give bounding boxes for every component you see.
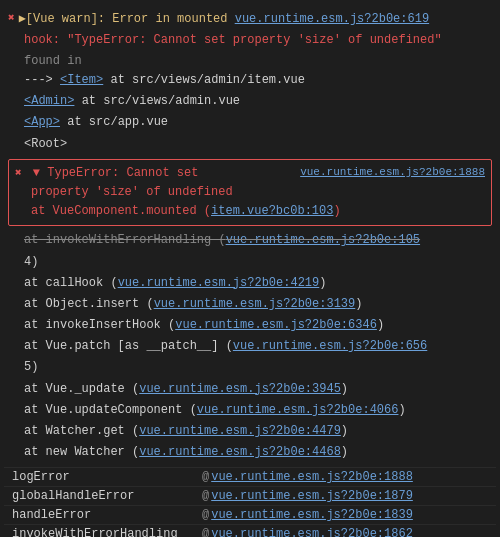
item-vue-link[interactable]: item.vue?bc0b:103	[211, 204, 333, 218]
error-block-2: ✖ ▼ TypeError: Cannot set vue.runtime.es…	[8, 159, 492, 227]
log-label-logerror: logError	[12, 470, 202, 484]
updatecomponent-link[interactable]: vue.runtime.esm.js?2b0e:4066	[197, 403, 399, 417]
logerror-link[interactable]: vue.runtime.esm.js?2b0e:1888	[211, 470, 413, 484]
item-link[interactable]: <Item>	[60, 73, 103, 87]
stack-update: at Vue._update (vue.runtime.esm.js?2b0e:…	[4, 379, 496, 400]
update-link[interactable]: vue.runtime.esm.js?2b0e:3945	[139, 382, 341, 396]
error-message-1: hook: "TypeError: Cannot set property 's…	[4, 30, 496, 50]
log-label-invokewith: invokeWithErrorHandling	[12, 527, 202, 537]
globalhandleerror-link[interactable]: vue.runtime.esm.js?2b0e:1879	[211, 489, 413, 503]
error-icon-2: ✖	[15, 167, 22, 179]
log-row-logerror: logError @ vue.runtime.esm.js?2b0e:1888	[4, 467, 496, 486]
error-title-1: ▶[Vue warn]: Error in mounted vue.runtim…	[19, 10, 430, 28]
stack-item-2: <App> at src/app.vue	[4, 112, 496, 133]
log-row-globalhandleerror: globalHandleError @ vue.runtime.esm.js?2…	[4, 486, 496, 505]
invokewith-link[interactable]: vue.runtime.esm.js?2b0e:1862	[211, 527, 413, 537]
stack-watcherget: at Watcher.get (vue.runtime.esm.js?2b0e:…	[4, 421, 496, 442]
stack-insert: at Object.insert (vue.runtime.esm.js?2b0…	[4, 294, 496, 315]
invoke-link[interactable]: vue.runtime.esm.js?2b0e:105	[226, 233, 420, 247]
app-link[interactable]: <App>	[24, 115, 60, 129]
log-table: logError @ vue.runtime.esm.js?2b0e:1888 …	[4, 467, 496, 537]
watcherget-link[interactable]: vue.runtime.esm.js?2b0e:4479	[139, 424, 341, 438]
mounted-prefix: at VueComponent.mounted (	[31, 204, 211, 218]
triangle-icon: ▼	[33, 166, 40, 180]
invokeinsert-link[interactable]: vue.runtime.esm.js?2b0e:6346	[175, 318, 377, 332]
error-icon-1: ✖	[8, 11, 15, 24]
stack-invokeinsert: at invokeInsertHook (vue.runtime.esm.js?…	[4, 315, 496, 336]
error-link-1[interactable]: vue.runtime.esm.js?2b0e:619	[235, 12, 429, 26]
log-row-invokewith: invokeWithErrorHandling @ vue.runtime.es…	[4, 524, 496, 537]
typeerror-link[interactable]: vue.runtime.esm.js?2b0e:1888	[300, 164, 485, 182]
stack-item-0: ---> <Item> at src/views/admin/item.vue	[4, 70, 496, 91]
stack-item-3: <Root>	[4, 134, 496, 155]
found-in: found in	[4, 50, 496, 70]
log-label-globalhandleerror: globalHandleError	[12, 489, 202, 503]
error-header-row-1: ✖ ▶[Vue warn]: Error in mounted vue.runt…	[4, 8, 496, 30]
typeerror-property: property 'size' of undefined	[31, 183, 485, 202]
patch-link[interactable]: vue.runtime.esm.js?2b0e:656	[233, 339, 427, 353]
stack-num-5: 5)	[4, 357, 496, 378]
boxed-error-header: ✖ ▼ TypeError: Cannot set vue.runtime.es…	[15, 164, 485, 183]
typeerror-body: property 'size' of undefined at VueCompo…	[15, 183, 485, 221]
stack-item-1: <Admin> at src/views/admin.vue	[4, 91, 496, 112]
stack-newwatcher: at new Watcher (vue.runtime.esm.js?2b0e:…	[4, 442, 496, 463]
newwatcher-link[interactable]: vue.runtime.esm.js?2b0e:4468	[139, 445, 341, 459]
insert-link[interactable]: vue.runtime.esm.js?2b0e:3139	[154, 297, 356, 311]
log-row-handleerror: handleError @ vue.runtime.esm.js?2b0e:18…	[4, 505, 496, 524]
log-label-handleerror: handleError	[12, 508, 202, 522]
stack-updatecomponent: at Vue.updateComponent (vue.runtime.esm.…	[4, 400, 496, 421]
admin-link[interactable]: <Admin>	[24, 94, 74, 108]
error-block-1: ✖ ▶[Vue warn]: Error in mounted vue.runt…	[4, 8, 496, 155]
invoke-error-handling-line: at invokeWithErrorHandling (vue.runtime.…	[4, 230, 496, 251]
stack-num-4: 4)	[4, 252, 496, 273]
typeerror-title: TypeError: Cannot set	[47, 166, 198, 180]
callhook-link[interactable]: vue.runtime.esm.js?2b0e:4219	[118, 276, 320, 290]
stack-patch: at Vue.patch [as __patch__] (vue.runtime…	[4, 336, 496, 357]
boxed-error-inner: ✖ ▼ TypeError: Cannot set vue.runtime.es…	[15, 164, 485, 222]
stack-callhook: at callHook (vue.runtime.esm.js?2b0e:421…	[4, 273, 496, 294]
console-panel: ✖ ▶[Vue warn]: Error in mounted vue.runt…	[0, 0, 500, 537]
handleerror-link[interactable]: vue.runtime.esm.js?2b0e:1839	[211, 508, 413, 522]
